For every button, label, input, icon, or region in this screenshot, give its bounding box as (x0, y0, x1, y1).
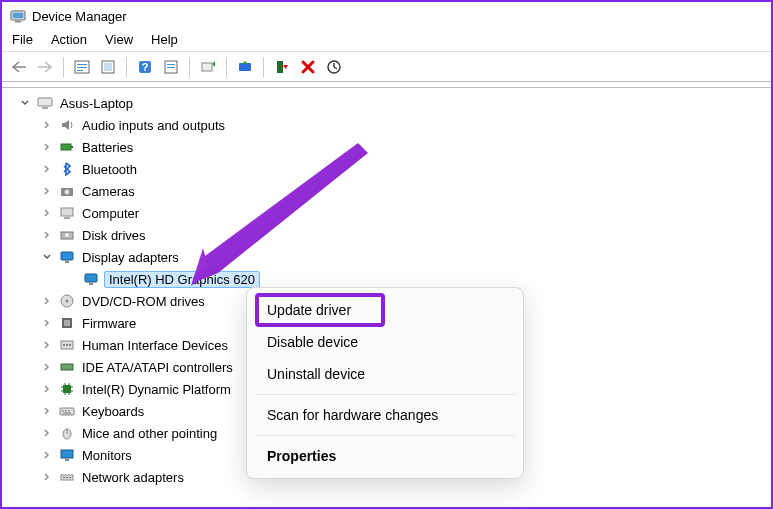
svg-rect-31 (89, 283, 93, 285)
chevron-right-icon[interactable] (40, 294, 54, 308)
chevron-right-icon[interactable] (40, 470, 54, 484)
chevron-right-icon[interactable] (40, 162, 54, 176)
titlebar: Device Manager (2, 2, 771, 30)
hid-icon (58, 336, 76, 354)
svg-rect-2 (15, 21, 21, 23)
back-button[interactable] (8, 56, 30, 78)
forward-button[interactable] (34, 56, 56, 78)
svg-rect-40 (61, 364, 73, 370)
chevron-right-icon[interactable] (40, 338, 54, 352)
svg-rect-15 (239, 63, 251, 71)
svg-rect-24 (61, 208, 73, 216)
tree-item-batteries[interactable]: Batteries (6, 136, 767, 158)
svg-rect-1 (13, 13, 24, 19)
svg-rect-13 (167, 67, 175, 68)
svg-point-38 (66, 344, 68, 346)
menubar: File Action View Help (2, 30, 771, 52)
window-title: Device Manager (32, 9, 127, 24)
display-icon (58, 248, 76, 266)
help-button[interactable]: ? (134, 56, 156, 78)
tree-item-label: Batteries (80, 139, 135, 156)
devices-button[interactable] (160, 56, 182, 78)
tree-item-label: Human Interface Devices (80, 337, 230, 354)
chevron-right-icon[interactable] (40, 360, 54, 374)
scan-button[interactable] (323, 56, 345, 78)
manage-button[interactable] (71, 56, 93, 78)
svg-rect-49 (61, 450, 73, 458)
svg-rect-50 (65, 459, 69, 461)
svg-point-33 (66, 300, 69, 303)
bluetooth-icon (58, 160, 76, 178)
chevron-right-icon[interactable] (40, 448, 54, 462)
svg-rect-19 (42, 107, 48, 109)
menu-help[interactable]: Help (151, 32, 178, 47)
tree-item-display-adapters[interactable]: Display adapters (6, 246, 767, 268)
camera-icon (58, 182, 76, 200)
tree-item-label: Network adapters (80, 469, 186, 486)
chevron-down-icon[interactable] (40, 250, 54, 264)
tree-item-label: Mice and other pointing (80, 425, 219, 442)
svg-rect-43 (62, 410, 64, 412)
tree-item-audio[interactable]: Audio inputs and outputs (6, 114, 767, 136)
menu-file[interactable]: File (12, 32, 33, 47)
chevron-right-icon[interactable] (40, 316, 54, 330)
tree-item-label: Intel(R) Dynamic Platform (80, 381, 233, 398)
chevron-right-icon[interactable] (40, 140, 54, 154)
svg-rect-28 (61, 252, 73, 260)
tree-item-computer[interactable]: Computer (6, 202, 767, 224)
svg-rect-16 (277, 61, 283, 73)
update-driver-button[interactable] (197, 56, 219, 78)
svg-rect-35 (64, 320, 70, 326)
context-menu-separator (255, 435, 515, 436)
computer-icon (58, 204, 76, 222)
chevron-right-icon[interactable] (40, 382, 54, 396)
svg-rect-20 (61, 144, 71, 150)
menu-view[interactable]: View (105, 32, 133, 47)
context-menu-uninstall-device[interactable]: Uninstall device (247, 358, 523, 390)
battery-icon (58, 138, 76, 156)
tree-item-label: Display adapters (80, 249, 181, 266)
uninstall-button[interactable] (271, 56, 293, 78)
ide-icon (58, 358, 76, 376)
toolbar-separator (63, 57, 64, 77)
menu-action[interactable]: Action (51, 32, 87, 47)
svg-rect-29 (65, 261, 69, 263)
context-menu-scan-hardware[interactable]: Scan for hardware changes (247, 399, 523, 431)
svg-rect-30 (85, 274, 97, 282)
chevron-right-icon[interactable] (40, 228, 54, 242)
tree-item-bluetooth[interactable]: Bluetooth (6, 158, 767, 180)
tree-item-label: Bluetooth (80, 161, 139, 178)
svg-point-27 (65, 233, 69, 237)
tree-item-label: DVD/CD-ROM drives (80, 293, 207, 310)
properties-button[interactable] (97, 56, 119, 78)
chevron-right-icon[interactable] (40, 184, 54, 198)
svg-rect-5 (77, 67, 87, 68)
toolbar-separator (189, 57, 190, 77)
chevron-right-icon[interactable] (40, 118, 54, 132)
network-icon (58, 468, 76, 486)
chevron-down-icon[interactable] (18, 96, 32, 110)
svg-rect-54 (69, 477, 71, 478)
mouse-icon (58, 424, 76, 442)
chevron-right-icon[interactable] (40, 426, 54, 440)
context-menu-disable-device[interactable]: Disable device (247, 326, 523, 358)
svg-rect-21 (71, 146, 73, 148)
svg-rect-41 (63, 385, 71, 393)
svg-point-37 (63, 344, 65, 346)
context-menu: Update driver Disable device Uninstall d… (246, 287, 524, 479)
update-button[interactable] (234, 56, 256, 78)
tree-item-label: Cameras (80, 183, 137, 200)
delete-button[interactable] (297, 56, 319, 78)
tree-item-label: Disk drives (80, 227, 148, 244)
context-menu-properties[interactable]: Properties (247, 440, 523, 472)
tree-item-label: Keyboards (80, 403, 146, 420)
tree-item-cameras[interactable]: Cameras (6, 180, 767, 202)
svg-point-23 (65, 190, 70, 195)
chevron-right-icon[interactable] (40, 206, 54, 220)
tree-item-disk-drives[interactable]: Disk drives (6, 224, 767, 246)
svg-rect-4 (77, 64, 87, 65)
tree-root[interactable]: Asus-Laptop (6, 92, 767, 114)
speaker-icon (58, 116, 76, 134)
chevron-right-icon[interactable] (40, 404, 54, 418)
context-menu-update-driver[interactable]: Update driver (247, 294, 523, 326)
